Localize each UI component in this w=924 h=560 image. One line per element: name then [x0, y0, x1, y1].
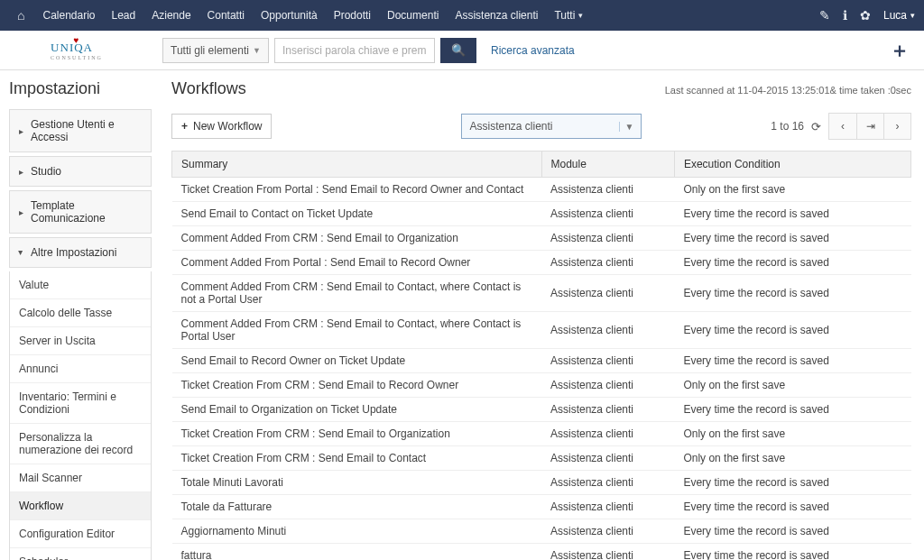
table-row[interactable]: Totale Minuti LavoratiAssistenza clienti…: [172, 471, 911, 495]
cell-condition: Every time the record is saved: [674, 495, 910, 519]
chevron-down-icon: ▾: [910, 11, 915, 20]
search-scope-dropdown[interactable]: Tutti gli elementi ▼: [162, 38, 269, 63]
home-icon[interactable]: ⌂: [9, 0, 32, 31]
workflow-toolbar: + New Workflow Assistenza clienti ▼ 1 to…: [171, 113, 911, 140]
nav-item-prodotti[interactable]: Prodotti: [326, 0, 379, 31]
new-workflow-button[interactable]: + New Workflow: [171, 114, 272, 139]
col-summary[interactable]: Summary: [172, 151, 542, 178]
cell-condition: Every time the record is saved: [674, 471, 910, 495]
logo-heart-icon: ♥: [74, 35, 80, 45]
logo[interactable]: ♥ UNIQA CONSULTING: [9, 41, 144, 60]
cell-module: Assistenza clienti: [541, 178, 674, 202]
cell-module: Assistenza clienti: [541, 446, 674, 471]
nav-item-contatti[interactable]: Contatti: [199, 0, 253, 31]
top-nav-right: ✎ ℹ ✿ Luca ▾: [819, 8, 915, 23]
col-condition[interactable]: Execution Condition: [674, 151, 910, 178]
sidebar-item-workflow[interactable]: Workflow: [10, 491, 151, 519]
new-workflow-label: New Workflow: [193, 120, 262, 133]
table-row[interactable]: Send Email to Record Owner on Ticket Upd…: [172, 349, 911, 373]
cell-condition: Only on the first save: [674, 178, 910, 202]
cell-condition: Every time the record is saved: [674, 544, 910, 561]
pager: 1 to 16 ⟳ ‹ ⇥ ›: [771, 113, 911, 140]
chevron-down-icon: ▾: [578, 11, 583, 20]
refresh-icon[interactable]: ⟳: [811, 120, 821, 133]
search-input[interactable]: [274, 38, 435, 63]
table-row[interactable]: Totale da FatturareAssistenza clientiEve…: [172, 495, 911, 519]
sidebar-item-scheduler[interactable]: Scheduler: [10, 547, 151, 560]
sidebar-section-template-comunicazione[interactable]: ▸Template Comunicazione: [9, 190, 152, 234]
nav-item-aziende[interactable]: Aziende: [143, 0, 199, 31]
cell-module: Assistenza clienti: [541, 275, 674, 312]
nav-item-calendario[interactable]: Calendario: [34, 0, 103, 31]
cell-summary: Totale Minuti Lavorati: [172, 471, 542, 495]
nav-item-lead[interactable]: Lead: [104, 0, 144, 31]
cell-summary: Comment Added From CRM : Send Email to C…: [172, 275, 542, 312]
pager-jump-button[interactable]: ⇥: [856, 114, 883, 139]
cell-module: Assistenza clienti: [541, 422, 674, 446]
table-row[interactable]: Ticket Creation From Portal : Send Email…: [172, 178, 911, 202]
cell-summary: Ticket Creation From CRM : Send Email to…: [172, 446, 542, 471]
sidebar-item-mail-scanner[interactable]: Mail Scanner: [10, 464, 151, 491]
sidebar-item-configuration-editor[interactable]: Configuration Editor: [10, 519, 151, 547]
user-name: Luca: [883, 9, 907, 22]
table-row[interactable]: Comment Added From CRM : Send Email to C…: [172, 275, 911, 312]
module-filter-dropdown[interactable]: Assistenza clienti ▼: [461, 114, 642, 139]
info-icon[interactable]: ℹ: [843, 8, 847, 23]
table-row[interactable]: Send Email to Contact on Ticket UpdateAs…: [172, 202, 911, 226]
sidebar-section-studio[interactable]: ▸Studio: [9, 156, 152, 187]
sidebar-item-server-in-uscita[interactable]: Server in Uscita: [10, 326, 151, 354]
cell-summary: Ticket Creation From Portal : Send Email…: [172, 178, 542, 202]
table-row[interactable]: Ticket Creation From CRM : Send Email to…: [172, 446, 911, 471]
nav-item-documenti[interactable]: Documenti: [379, 0, 447, 31]
plus-icon: +: [181, 120, 188, 133]
pager-prev-button[interactable]: ‹: [829, 114, 856, 139]
table-row[interactable]: Ticket Creation From CRM : Send Email to…: [172, 373, 911, 398]
sidebar: Impostazioni ▸Gestione Utenti e Accessi▸…: [0, 70, 159, 560]
cell-summary: fattura: [172, 544, 542, 561]
pager-next-button[interactable]: ›: [883, 114, 910, 139]
table-row[interactable]: Comment Added From Portal : Send Email t…: [172, 251, 911, 275]
table-row[interactable]: fatturaAssistenza clientiEvery time the …: [172, 544, 911, 561]
cell-module: Assistenza clienti: [541, 202, 674, 226]
sidebar-section-altre-impostazioni[interactable]: ▸Altre Impostazioni: [9, 237, 152, 268]
cell-module: Assistenza clienti: [541, 251, 674, 275]
cell-module: Assistenza clienti: [541, 312, 674, 349]
user-menu[interactable]: Luca ▾: [883, 9, 915, 22]
chevron-down-icon: ▼: [253, 46, 261, 55]
sidebar-list: ValuteCalcolo delle TasseServer in Uscit…: [9, 271, 152, 560]
sidebar-item-valute[interactable]: Valute: [10, 271, 151, 298]
cell-summary: Comment Added From Portal : Send Email t…: [172, 251, 542, 275]
chevron-down-icon: ▸: [16, 251, 26, 255]
logo-main: UNIQA: [51, 41, 93, 54]
sidebar-item-inventario-termini-e-condizioni[interactable]: Inventario: Termini e Condizioni: [10, 382, 151, 423]
search-button[interactable]: 🔍: [440, 38, 476, 63]
sidebar-section-gestione-utenti-e-accessi[interactable]: ▸Gestione Utenti e Accessi: [9, 109, 152, 152]
cell-condition: Every time the record is saved: [674, 275, 910, 312]
sidebar-item-calcolo-delle-tasse[interactable]: Calcolo delle Tasse: [10, 298, 151, 326]
search-wrap: Tutti gli elementi ▼ 🔍 Ricerca avanzata: [162, 38, 575, 63]
advanced-search-link[interactable]: Ricerca avanzata: [491, 44, 575, 57]
edit-icon[interactable]: ✎: [819, 8, 830, 23]
add-button[interactable]: ＋: [890, 37, 915, 64]
nav-item-tutti[interactable]: Tutti▾: [546, 0, 591, 31]
table-row[interactable]: Aggiornamento MinutiAssistenza clientiEv…: [172, 519, 911, 544]
table-row[interactable]: Ticket Creation From CRM : Send Email to…: [172, 422, 911, 446]
col-module[interactable]: Module: [541, 151, 674, 178]
cell-condition: Every time the record is saved: [674, 519, 910, 544]
table-row[interactable]: Comment Added From CRM : Send Email to O…: [172, 226, 911, 251]
cell-module: Assistenza clienti: [541, 519, 674, 544]
gear-icon[interactable]: ✿: [860, 8, 871, 23]
table-row[interactable]: Comment Added From CRM : Send Email to C…: [172, 312, 911, 349]
table-row[interactable]: Send Email to Organization on Ticket Upd…: [172, 398, 911, 422]
nav-item-assistenza-clienti[interactable]: Assistenza clienti: [447, 0, 546, 31]
cell-module: Assistenza clienti: [541, 226, 674, 251]
cell-condition: Only on the first save: [674, 373, 910, 398]
nav-item-opportunit-[interactable]: Opportunità: [253, 0, 326, 31]
sidebar-item-personalizza-la-numerazione-dei-record[interactable]: Personalizza la numerazione dei record: [10, 423, 151, 464]
sidebar-item-annunci[interactable]: Annunci: [10, 354, 151, 382]
chevron-right-icon: ▸: [19, 207, 23, 217]
workflow-table: Summary Module Execution Condition Ticke…: [171, 151, 911, 560]
cell-condition: Every time the record is saved: [674, 398, 910, 422]
cell-summary: Comment Added From CRM : Send Email to C…: [172, 312, 542, 349]
cell-module: Assistenza clienti: [541, 373, 674, 398]
